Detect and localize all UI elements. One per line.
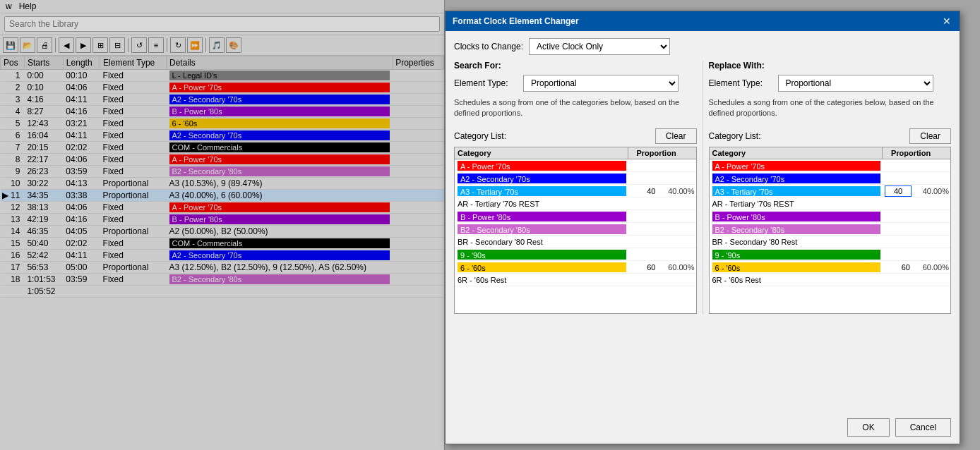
replace-with-column: Replace With: Element Type: Proportional…	[703, 61, 952, 314]
list-item[interactable]: 6R - '60s Rest	[710, 274, 951, 286]
replace-clear-button[interactable]: Clear	[909, 128, 951, 144]
search-element-type-label: Element Type:	[454, 78, 518, 88]
clocks-to-change-row: Clocks to Change: Active Clock OnlyAll C…	[454, 38, 951, 55]
list-item[interactable]: B2 - Secondary '80s	[455, 223, 696, 236]
clocks-to-change-select[interactable]: Active Clock OnlyAll Clocks	[529, 38, 670, 55]
replace-with-title: Replace With:	[709, 61, 952, 71]
proportion-input[interactable]	[885, 186, 912, 197]
replace-cat-col-proportion: Proportion	[883, 147, 939, 159]
dialog-titlebar: Format Clock Element Changer ✕	[446, 11, 960, 31]
list-item[interactable]: BR - Secondary '80 Rest	[455, 236, 696, 248]
list-item[interactable]: AR - Tertiary '70s REST	[710, 197, 951, 210]
list-item[interactable]: AR - Tertiary '70s REST	[455, 197, 696, 210]
search-for-column: Search For: Element Type: ProportionalFi…	[454, 61, 703, 314]
replace-element-type-row: Element Type: ProportionalFixedRotator	[709, 75, 952, 92]
replace-element-type-select[interactable]: ProportionalFixedRotator	[778, 75, 933, 92]
clocks-to-change-label: Clocks to Change:	[454, 42, 523, 51]
list-item[interactable]: B2 - Secondary '80s	[710, 223, 951, 236]
list-item[interactable]: 6 - '60s6060.00%	[455, 261, 696, 274]
list-item[interactable]: 6 - '60s6060.00%	[710, 261, 951, 274]
list-item[interactable]: A - Power '70s	[455, 159, 696, 172]
search-cat-col-proportion: Proportion	[628, 147, 685, 159]
search-category-list[interactable]: A - Power '70sA2 - Secondary '70sA3 - Te…	[454, 159, 697, 314]
search-clear-button[interactable]: Clear	[655, 128, 697, 144]
replace-cat-col-scroll	[939, 147, 950, 159]
replace-category-list-header: Category Proportion	[709, 147, 952, 159]
list-item[interactable]: A - Power '70s	[710, 159, 951, 172]
list-item[interactable]: A3 - Tertiary '70s4040.00%	[455, 185, 696, 197]
dialog-footer: OK Cancel	[847, 418, 951, 437]
replace-description: Schedules a song from one of the categor…	[709, 97, 952, 123]
search-description: Schedules a song from one of the categor…	[454, 97, 697, 123]
replace-category-list[interactable]: A - Power '70sA2 - Secondary '70sA3 - Te…	[709, 159, 952, 314]
search-for-title: Search For:	[454, 61, 697, 71]
dialog-close-button[interactable]: ✕	[941, 16, 952, 27]
two-columns-layout: Search For: Element Type: ProportionalFi…	[454, 61, 951, 314]
search-element-type-row: Element Type: ProportionalFixedRotator	[454, 75, 697, 92]
format-clock-dialog: Format Clock Element Changer ✕ Clocks to…	[445, 11, 960, 444]
search-category-label: Category List:	[454, 131, 506, 141]
list-item[interactable]: B - Power '80s	[710, 210, 951, 223]
list-item[interactable]: B - Power '80s	[455, 210, 696, 223]
list-item[interactable]: A2 - Secondary '70s	[710, 172, 951, 185]
dialog-body: Clocks to Change: Active Clock OnlyAll C…	[446, 31, 960, 321]
replace-cat-col-category: Category	[710, 147, 883, 159]
list-item[interactable]: 6R - '60s Rest	[455, 274, 696, 286]
search-element-type-select[interactable]: ProportionalFixedRotator	[523, 75, 679, 92]
search-cat-col-category: Category	[455, 147, 628, 159]
list-item[interactable]: 9 - '90s	[455, 248, 696, 261]
replace-category-header: Category List: Clear	[709, 128, 952, 144]
list-item[interactable]: 9 - '90s	[710, 248, 951, 261]
list-item[interactable]: BR - Secondary '80 Rest	[710, 236, 951, 248]
search-category-list-header: Category Proportion	[454, 147, 697, 159]
search-category-header: Category List: Clear	[454, 128, 697, 144]
ok-button[interactable]: OK	[847, 418, 889, 437]
replace-element-type-label: Element Type:	[709, 78, 772, 88]
dialog-title: Format Clock Element Changer	[453, 16, 579, 26]
search-cat-col-scroll	[685, 147, 696, 159]
replace-category-label: Category List:	[709, 131, 761, 141]
cancel-button[interactable]: Cancel	[895, 418, 951, 437]
list-item[interactable]: A3 - Tertiary '70s40.00%	[710, 185, 951, 197]
list-item[interactable]: A2 - Secondary '70s	[455, 172, 696, 185]
